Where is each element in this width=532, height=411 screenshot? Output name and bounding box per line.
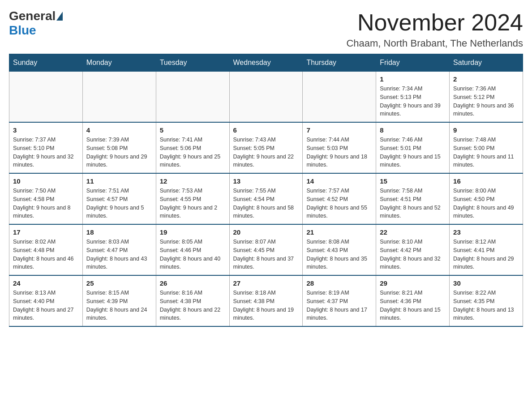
day-number: 11 — [86, 177, 152, 185]
day-info: Sunrise: 8:18 AM Sunset: 4:38 PM Dayligh… — [233, 289, 299, 322]
logo-triangle-icon — [56, 12, 63, 21]
calendar-cell: 15Sunrise: 7:58 AM Sunset: 4:51 PM Dayli… — [376, 173, 450, 224]
calendar-cell — [229, 72, 303, 123]
calendar-week-row: 10Sunrise: 7:50 AM Sunset: 4:58 PM Dayli… — [9, 173, 523, 224]
calendar-cell: 1Sunrise: 7:34 AM Sunset: 5:13 PM Daylig… — [376, 72, 450, 123]
calendar-cell: 2Sunrise: 7:36 AM Sunset: 5:12 PM Daylig… — [450, 72, 523, 123]
day-info: Sunrise: 8:15 AM Sunset: 4:39 PM Dayligh… — [86, 289, 152, 322]
day-info: Sunrise: 7:39 AM Sunset: 5:08 PM Dayligh… — [86, 136, 152, 169]
day-number: 28 — [306, 279, 372, 287]
day-number: 13 — [233, 177, 299, 185]
day-number: 21 — [306, 228, 372, 236]
calendar-cell: 20Sunrise: 8:07 AM Sunset: 4:45 PM Dayli… — [229, 224, 303, 275]
day-number: 9 — [453, 126, 519, 134]
calendar-cell: 8Sunrise: 7:46 AM Sunset: 5:01 PM Daylig… — [376, 122, 450, 173]
day-number: 22 — [380, 228, 446, 236]
day-number: 20 — [233, 228, 299, 236]
day-info: Sunrise: 7:34 AM Sunset: 5:13 PM Dayligh… — [380, 85, 446, 118]
calendar-cell: 6Sunrise: 7:43 AM Sunset: 5:05 PM Daylig… — [229, 122, 303, 173]
day-info: Sunrise: 8:10 AM Sunset: 4:42 PM Dayligh… — [380, 238, 446, 271]
calendar-cell: 26Sunrise: 8:16 AM Sunset: 4:38 PM Dayli… — [156, 275, 229, 326]
day-info: Sunrise: 8:13 AM Sunset: 4:40 PM Dayligh… — [13, 289, 79, 322]
day-info: Sunrise: 8:12 AM Sunset: 4:41 PM Dayligh… — [453, 238, 519, 271]
calendar-week-row: 17Sunrise: 8:02 AM Sunset: 4:48 PM Dayli… — [9, 224, 523, 275]
calendar-cell — [156, 72, 229, 123]
day-info: Sunrise: 7:51 AM Sunset: 4:57 PM Dayligh… — [86, 187, 152, 220]
day-info: Sunrise: 7:43 AM Sunset: 5:05 PM Dayligh… — [233, 136, 299, 169]
calendar-week-row: 24Sunrise: 8:13 AM Sunset: 4:40 PM Dayli… — [9, 275, 523, 326]
calendar-cell: 13Sunrise: 7:55 AM Sunset: 4:54 PM Dayli… — [229, 173, 303, 224]
day-info: Sunrise: 8:00 AM Sunset: 4:50 PM Dayligh… — [453, 187, 519, 220]
calendar-cell: 5Sunrise: 7:41 AM Sunset: 5:06 PM Daylig… — [156, 122, 229, 173]
day-number: 16 — [453, 177, 519, 185]
day-info: Sunrise: 8:21 AM Sunset: 4:36 PM Dayligh… — [380, 289, 446, 322]
calendar-cell: 12Sunrise: 7:53 AM Sunset: 4:55 PM Dayli… — [156, 173, 229, 224]
day-number: 8 — [380, 126, 446, 134]
header-sunday: Sunday — [9, 54, 83, 72]
day-info: Sunrise: 7:37 AM Sunset: 5:10 PM Dayligh… — [13, 136, 79, 169]
day-number: 24 — [13, 279, 79, 287]
day-number: 29 — [380, 279, 446, 287]
day-info: Sunrise: 7:50 AM Sunset: 4:58 PM Dayligh… — [13, 187, 79, 220]
calendar-cell: 19Sunrise: 8:05 AM Sunset: 4:46 PM Dayli… — [156, 224, 229, 275]
day-info: Sunrise: 8:05 AM Sunset: 4:46 PM Dayligh… — [160, 238, 226, 271]
calendar-cell: 23Sunrise: 8:12 AM Sunset: 4:41 PM Dayli… — [450, 224, 523, 275]
calendar-cell: 21Sunrise: 8:08 AM Sunset: 4:43 PM Dayli… — [303, 224, 376, 275]
day-number: 26 — [160, 279, 226, 287]
logo: General Blue — [9, 9, 64, 38]
calendar-cell: 4Sunrise: 7:39 AM Sunset: 5:08 PM Daylig… — [82, 122, 156, 173]
day-number: 5 — [160, 126, 226, 134]
header-monday: Monday — [82, 54, 156, 72]
day-info: Sunrise: 8:02 AM Sunset: 4:48 PM Dayligh… — [13, 238, 79, 271]
day-info: Sunrise: 7:55 AM Sunset: 4:54 PM Dayligh… — [233, 187, 299, 220]
day-number: 1 — [380, 75, 446, 83]
calendar-cell: 3Sunrise: 7:37 AM Sunset: 5:10 PM Daylig… — [9, 122, 83, 173]
calendar-cell: 29Sunrise: 8:21 AM Sunset: 4:36 PM Dayli… — [376, 275, 450, 326]
day-info: Sunrise: 8:19 AM Sunset: 4:37 PM Dayligh… — [306, 289, 372, 322]
day-number: 25 — [86, 279, 152, 287]
calendar-cell: 10Sunrise: 7:50 AM Sunset: 4:58 PM Dayli… — [9, 173, 83, 224]
calendar-week-row: 1Sunrise: 7:34 AM Sunset: 5:13 PM Daylig… — [9, 72, 523, 123]
day-info: Sunrise: 7:46 AM Sunset: 5:01 PM Dayligh… — [380, 136, 446, 169]
header-friday: Friday — [376, 54, 450, 72]
calendar-header-row: SundayMondayTuesdayWednesdayThursdayFrid… — [9, 54, 523, 72]
calendar-cell: 27Sunrise: 8:18 AM Sunset: 4:38 PM Dayli… — [229, 275, 303, 326]
day-number: 4 — [86, 126, 152, 134]
day-number: 6 — [233, 126, 299, 134]
header-tuesday: Tuesday — [156, 54, 229, 72]
day-number: 3 — [13, 126, 79, 134]
calendar-cell — [82, 72, 156, 123]
header-saturday: Saturday — [450, 54, 523, 72]
calendar-cell: 17Sunrise: 8:02 AM Sunset: 4:48 PM Dayli… — [9, 224, 83, 275]
calendar-cell: 9Sunrise: 7:48 AM Sunset: 5:00 PM Daylig… — [450, 122, 523, 173]
day-info: Sunrise: 8:07 AM Sunset: 4:45 PM Dayligh… — [233, 238, 299, 271]
month-year-title: November 2024 — [346, 9, 523, 36]
day-number: 2 — [453, 75, 519, 83]
logo-blue-text: Blue — [9, 23, 36, 37]
calendar-cell: 22Sunrise: 8:10 AM Sunset: 4:42 PM Dayli… — [376, 224, 450, 275]
logo-general-text: General — [9, 9, 56, 23]
calendar-cell: 16Sunrise: 8:00 AM Sunset: 4:50 PM Dayli… — [450, 173, 523, 224]
calendar-cell: 18Sunrise: 8:03 AM Sunset: 4:47 PM Dayli… — [82, 224, 156, 275]
header-thursday: Thursday — [303, 54, 376, 72]
header-wednesday: Wednesday — [229, 54, 303, 72]
day-info: Sunrise: 7:44 AM Sunset: 5:03 PM Dayligh… — [306, 136, 372, 169]
calendar-cell: 24Sunrise: 8:13 AM Sunset: 4:40 PM Dayli… — [9, 275, 83, 326]
title-area: November 2024 Chaam, North Brabant, The … — [346, 9, 523, 49]
day-number: 10 — [13, 177, 79, 185]
calendar-week-row: 3Sunrise: 7:37 AM Sunset: 5:10 PM Daylig… — [9, 122, 523, 173]
calendar-cell: 14Sunrise: 7:57 AM Sunset: 4:52 PM Dayli… — [303, 173, 376, 224]
day-info: Sunrise: 7:58 AM Sunset: 4:51 PM Dayligh… — [380, 187, 446, 220]
day-info: Sunrise: 8:08 AM Sunset: 4:43 PM Dayligh… — [306, 238, 372, 271]
day-number: 18 — [86, 228, 152, 236]
calendar-cell: 25Sunrise: 8:15 AM Sunset: 4:39 PM Dayli… — [82, 275, 156, 326]
day-number: 19 — [160, 228, 226, 236]
day-number: 12 — [160, 177, 226, 185]
calendar-cell — [9, 72, 83, 123]
day-info: Sunrise: 7:36 AM Sunset: 5:12 PM Dayligh… — [453, 85, 519, 118]
day-number: 30 — [453, 279, 519, 287]
calendar-cell: 30Sunrise: 8:22 AM Sunset: 4:35 PM Dayli… — [450, 275, 523, 326]
day-number: 17 — [13, 228, 79, 236]
day-number: 7 — [306, 126, 372, 134]
calendar-cell: 11Sunrise: 7:51 AM Sunset: 4:57 PM Dayli… — [82, 173, 156, 224]
